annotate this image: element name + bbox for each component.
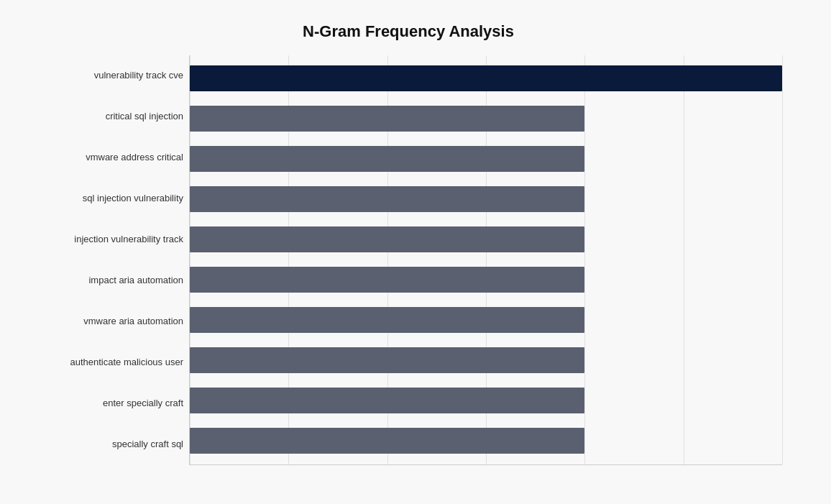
bar-row [190,384,782,417]
bar-row [190,303,782,336]
bar-row [190,223,782,256]
chart-area: vulnerability track cvecritical sql inje… [35,55,782,465]
bar [190,106,584,132]
y-labels: vulnerability track cvecritical sql inje… [35,55,189,465]
bar-row [190,62,782,95]
bar-row [190,102,782,135]
y-label: critical sql injection [35,98,183,135]
y-label: vulnerability track cve [35,57,183,94]
bar [190,65,782,91]
bar-row [190,142,782,175]
y-label: vmware aria automation [35,303,183,340]
bar [190,267,584,293]
bar-row [190,424,782,457]
bar [190,428,584,454]
bar [190,146,584,172]
bars-container [190,55,782,464]
bar [190,388,584,413]
y-label: vmware address critical [35,139,183,176]
y-label: specially craft sql [35,426,183,463]
bar-row [190,344,782,377]
plot-area [189,55,782,465]
y-label: sql injection vulnerability [35,180,183,217]
y-label: impact aria automation [35,262,183,299]
bar [190,307,584,333]
y-label: injection vulnerability track [35,221,183,258]
y-label: authenticate malicious user [35,344,183,381]
bar-row [190,263,782,296]
bar-row [190,183,782,216]
bar [190,226,584,252]
grid-line [782,55,783,464]
y-label: enter specially craft [35,385,183,422]
chart-title: N-Gram Frequency Analysis [35,22,782,41]
bar [190,186,584,212]
bar [190,347,584,373]
chart-container: N-Gram Frequency Analysis vulnerability … [20,8,811,497]
